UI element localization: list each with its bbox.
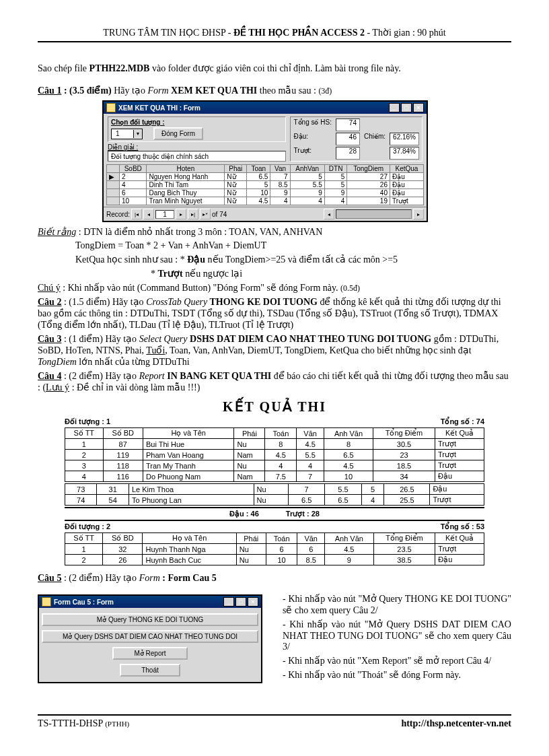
prev-record-icon[interactable]: ◂ bbox=[143, 209, 154, 219]
next-record-icon[interactable]: ▸ bbox=[176, 209, 186, 219]
page-header: TRUNG TÂM TIN HỌC ĐHSP - ĐỀ THI HỌC PHẦN… bbox=[38, 27, 511, 42]
hscroll-left-icon[interactable]: ◂ bbox=[324, 209, 334, 219]
chiem-value: 62.16% bbox=[390, 133, 419, 145]
close-icon[interactable]: × bbox=[248, 597, 258, 607]
question-4: Câu 4 : (2 điểm) Hãy tạo Report IN BANG … bbox=[38, 370, 511, 393]
form-icon bbox=[106, 103, 116, 112]
chon-doituong-label: Chọn đối tượng : bbox=[111, 118, 283, 126]
question-1: Câu 1 : (3.5 điểm) Hãy tạo Form XEM KET … bbox=[38, 85, 511, 96]
form-cau5-window: Form Cau 5 : Form _ □ × Mở Query THONG K… bbox=[38, 594, 262, 683]
ketqua-rule-2: * Trượt nếu ngược lại bbox=[151, 268, 511, 279]
record-navigator[interactable]: Record: |◂ ◂ 1 ▸ ▸| ▸* of 74 ◂ ▸ bbox=[104, 207, 427, 221]
data-grid[interactable]: SoBDHotenPhaiToanVanAnhVanDTNTongDiemKet… bbox=[106, 164, 424, 205]
report-group-1-summary: Đậu : 46 Trượt : 28 bbox=[65, 507, 484, 521]
access-form-window: XEM KET QUA THI : Form _ □ × Chọn đối tư… bbox=[102, 100, 428, 222]
form-icon bbox=[42, 597, 51, 607]
footer-right: http://thsp.netcenter-vn.net bbox=[401, 718, 511, 729]
dau-value: 46 bbox=[336, 133, 360, 145]
first-record-icon[interactable]: |◂ bbox=[131, 209, 142, 219]
chuy-line: Chú ý : Khi nhấp vào nút (Command Button… bbox=[38, 282, 511, 294]
question-2: Câu 2 : (1.5 điểm) Hãy tạo CrossTab Quer… bbox=[38, 296, 511, 331]
intro-text: Sao chép file PTHH22.MDB vào folder được… bbox=[38, 63, 511, 74]
titlebar: XEM KET QUA THI : Form _ □ × bbox=[104, 102, 427, 114]
maximize-icon[interactable]: □ bbox=[235, 597, 246, 607]
question-5: Câu 5 : (2 điểm) Hãy tạo Form : Form Cau… bbox=[38, 572, 511, 584]
report-table-1a: Số TTSố BDHọ và TênPháiToánVănAnh VănTổn… bbox=[65, 427, 484, 482]
report-table-2: Số TTSố BDHọ và TênPháiToánVănAnh VănTổn… bbox=[65, 532, 484, 565]
close-icon[interactable]: × bbox=[413, 103, 424, 112]
question-3: Câu 3 : (1 điểm) Hãy tạo Select Query DS… bbox=[38, 333, 511, 368]
hscrollbar[interactable] bbox=[336, 209, 412, 219]
minimize-icon[interactable]: _ bbox=[389, 103, 400, 112]
header-left: TRUNG TÂM TIN HỌC ĐHSP - bbox=[103, 28, 233, 38]
close-form-button[interactable]: Đóng Form bbox=[153, 127, 203, 140]
minimize-icon[interactable]: _ bbox=[223, 597, 234, 607]
report-group-2-header: Đối tượng : 2 Tổng số : 53 bbox=[65, 522, 484, 531]
header-title: ĐỀ THI HỌC PHẦN ACCESS 2 bbox=[233, 28, 365, 38]
exit-button[interactable]: Thoát bbox=[120, 664, 180, 677]
form-cau5-title: Form Cau 5 : Form bbox=[54, 598, 114, 606]
form-cau5-explain: Khi nhấp vào nút "Mở Query THONG KE DOI … bbox=[283, 590, 511, 683]
diengiai-label: Diễn giải : bbox=[108, 143, 286, 151]
doituong-combo[interactable]: 1 ▼ bbox=[111, 129, 143, 139]
new-record-icon[interactable]: ▸* bbox=[200, 209, 211, 219]
record-position[interactable]: 1 bbox=[155, 210, 174, 219]
window-title: XEM KET QUA THI : Form bbox=[118, 104, 200, 112]
open-query-thongke-button[interactable]: Mở Query THONG KE DOI TUONG bbox=[42, 613, 258, 626]
footer-left: TS-TTTH-DHSP (PTHH) bbox=[38, 718, 129, 729]
page-footer: TS-TTTH-DHSP (PTHH) http://thsp.netcente… bbox=[38, 714, 511, 729]
diengiai-field: Đối tượng thuộc diện chính sách bbox=[108, 151, 286, 162]
tongdiem-formula: TongDiem = Toan * 2 + Van + AnhVan + Die… bbox=[75, 240, 511, 251]
header-right: - Thời gian : 90 phút bbox=[365, 28, 446, 38]
truot-value: 28 bbox=[336, 147, 360, 160]
ketqua-rule-1: KetQua học sinh như sau : * Đậu nếu Tong… bbox=[75, 254, 511, 265]
truot-pct: 37.84% bbox=[390, 147, 419, 160]
open-query-dshs-button[interactable]: Mở Query DSHS DAT DIEM CAO NHAT THEO TUN… bbox=[42, 630, 258, 643]
report-group-1-header: Đối tượng : 1 Tổng số : 74 bbox=[65, 417, 484, 426]
hscroll-right-icon[interactable]: ▸ bbox=[413, 209, 424, 219]
report-table-1b: 7331Le Kim ThoaNu75.5526.5Đậu7454To Phuo… bbox=[65, 483, 484, 506]
form-cau5-titlebar: Form Cau 5 : Form _ □ × bbox=[39, 596, 261, 608]
last-record-icon[interactable]: ▸| bbox=[188, 209, 198, 219]
open-report-button[interactable]: Mở Report bbox=[112, 647, 187, 660]
report-title: KẾT QUẢ THI bbox=[38, 399, 511, 415]
tongso-value: 74 bbox=[336, 118, 360, 131]
stats-box: Tổng số HS: 74 Đậu: 46 Chiếm: 62.16% Trư… bbox=[290, 116, 423, 162]
maximize-icon[interactable]: □ bbox=[401, 103, 412, 112]
bietrang-line: Biết rằng : DTN là điểm nhỏ nhất trong 3… bbox=[38, 226, 511, 238]
report-body: Đối tượng : 1 Tổng số : 74 Số TTSố BDHọ … bbox=[65, 417, 484, 565]
chevron-down-icon[interactable]: ▼ bbox=[133, 130, 142, 138]
